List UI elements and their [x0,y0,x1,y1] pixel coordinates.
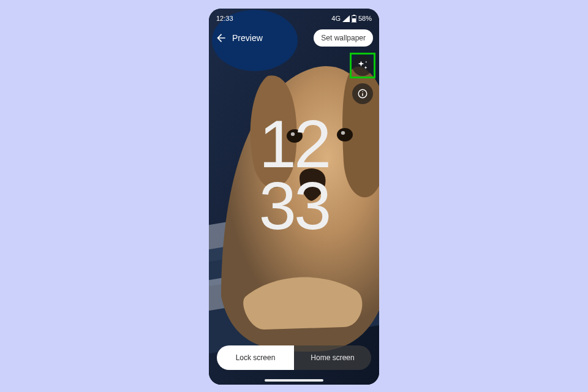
tab-lock-screen[interactable]: Lock screen [217,345,294,370]
svg-rect-7 [353,15,355,16]
status-time: 12:33 [216,15,233,22]
svg-point-2 [287,129,303,143]
info-icon [357,88,368,99]
tutorial-slide: 12:33 4G 58% Preview Set wallpaper [0,0,588,392]
network-label: 4G [331,15,341,22]
battery-pct: 58% [358,15,372,22]
status-right: 4G 58% [331,15,372,23]
toolbar-left: Preview [214,31,263,45]
svg-point-3 [337,128,353,141]
svg-point-11 [362,91,363,92]
status-bar: 12:33 4G 58% [209,9,379,26]
back-button[interactable] [214,31,228,45]
gesture-bar [265,379,323,382]
side-action-column [352,55,373,104]
svg-point-4 [291,132,295,136]
svg-point-5 [341,131,345,135]
signal-icon [342,15,350,22]
sparkle-icon [356,59,369,72]
set-wallpaper-button[interactable]: Set wallpaper [314,29,373,47]
page-title: Preview [232,33,263,43]
effects-button[interactable] [352,55,373,76]
svg-rect-8 [352,18,356,22]
battery-icon [352,15,356,23]
info-button[interactable] [352,83,373,104]
phone-frame: 12:33 4G 58% Preview Set wallpaper [209,9,379,385]
arrow-back-icon [215,32,227,44]
toolbar: Preview Set wallpaper [209,26,379,50]
tab-home-screen[interactable]: Home screen [294,345,371,370]
preview-tabs: Lock screen Home screen [217,345,371,370]
